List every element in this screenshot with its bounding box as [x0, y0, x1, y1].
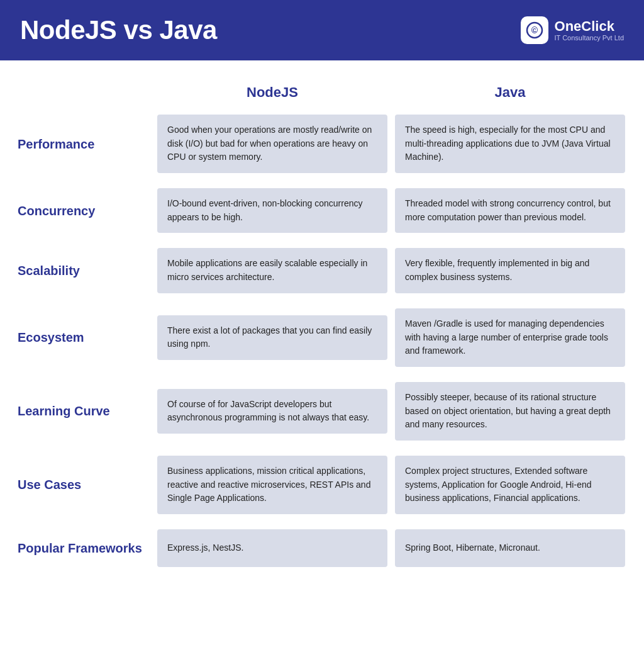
java-cell-text-4: Possibly steeper, because of its rationa… [405, 391, 615, 432]
comparison-row: PerformanceGood when your operations are… [15, 112, 629, 176]
java-cell-text-6: Spring Boot, Hibernate, Micronaut. [405, 541, 615, 555]
row-label-concurrency: Concurrency [15, 203, 153, 219]
nodejs-cell-0: Good when your operations are mostly rea… [157, 115, 387, 173]
java-cell-3: Maven /Gradle is used for managing depen… [395, 308, 625, 367]
comparison-table: PerformanceGood when your operations are… [15, 112, 629, 570]
java-cell-4: Possibly steeper, because of its rationa… [395, 382, 625, 441]
comparison-row: ConcurrencyI/O-bound event-driven, non-b… [15, 186, 629, 235]
page-title: NodeJS vs Java [20, 15, 217, 45]
empty-header [15, 79, 153, 106]
row-label-popular-frameworks: Popular Frameworks [15, 540, 153, 556]
nodejs-cell-5: Business applications, mission critical … [157, 456, 387, 514]
comparison-row: Learning CurveOf course of for JavaScrip… [15, 379, 629, 443]
java-column-header: Java [391, 79, 629, 106]
svg-text:©: © [531, 25, 538, 35]
java-cell-text-2: Very flexible, frequently implemented in… [405, 257, 615, 284]
java-cell-5: Complex project structures, Extended sof… [395, 456, 625, 514]
nodejs-cell-text-4: Of course of for JavaScript developers b… [167, 398, 377, 425]
row-label-performance: Performance [15, 136, 153, 152]
nodejs-cell-2: Mobile applications are easily scalable … [157, 248, 387, 293]
nodejs-cell-1: I/O-bound event-driven, non-blocking con… [157, 188, 387, 233]
page-header: NodeJS vs Java © OneClick IT Consultancy… [0, 0, 644, 60]
nodejs-cell-3: There exist a lot of packages that you c… [157, 315, 387, 360]
logo-icon: © [521, 16, 548, 44]
nodejs-column-header: NodeJS [153, 79, 391, 106]
java-cell-text-1: Threaded model with strong concurrency c… [405, 197, 615, 224]
nodejs-cell-4: Of course of for JavaScript developers b… [157, 389, 387, 434]
row-label-learning-curve: Learning Curve [15, 403, 153, 419]
nodejs-cell-text-5: Business applications, mission critical … [167, 464, 377, 505]
logo-area: © OneClick IT Consultancy Pvt Ltd [521, 16, 624, 44]
comparison-row: Use CasesBusiness applications, mission … [15, 453, 629, 517]
nodejs-cell-text-6: Express.js, NestJS. [167, 541, 377, 555]
comparison-row: EcosystemThere exist a lot of packages t… [15, 306, 629, 369]
row-label-scalability: Scalability [15, 262, 153, 279]
row-label-ecosystem: Ecosystem [15, 329, 153, 346]
java-cell-6: Spring Boot, Hibernate, Micronaut. [395, 529, 625, 567]
nodejs-cell-text-0: Good when your operations are mostly rea… [167, 123, 377, 164]
comparison-row: Popular FrameworksExpress.js, NestJS.Spr… [15, 527, 629, 570]
java-cell-text-5: Complex project structures, Extended sof… [405, 464, 615, 505]
nodejs-cell-text-2: Mobile applications are easily scalable … [167, 257, 377, 284]
comparison-row: ScalabilityMobile applications are easil… [15, 245, 629, 295]
logo-main-text: OneClick [555, 19, 624, 34]
nodejs-cell-text-3: There exist a lot of packages that you c… [167, 324, 377, 351]
nodejs-cell-text-1: I/O-bound event-driven, non-blocking con… [167, 197, 377, 224]
java-cell-1: Threaded model with strong concurrency c… [395, 188, 625, 233]
java-cell-2: Very flexible, frequently implemented in… [395, 248, 625, 293]
column-headers: NodeJS Java [15, 79, 629, 106]
nodejs-cell-6: Express.js, NestJS. [157, 529, 387, 567]
java-cell-text-3: Maven /Gradle is used for managing depen… [405, 317, 615, 358]
row-label-use-cases: Use Cases [15, 476, 153, 493]
logo-text: OneClick IT Consultancy Pvt Ltd [555, 19, 624, 42]
logo-sub-text: IT Consultancy Pvt Ltd [555, 34, 624, 42]
java-cell-0: The speed is high, especially for the mo… [395, 115, 625, 173]
java-cell-text-0: The speed is high, especially for the mo… [405, 123, 615, 164]
main-content: NodeJS Java PerformanceGood when your op… [0, 60, 644, 599]
